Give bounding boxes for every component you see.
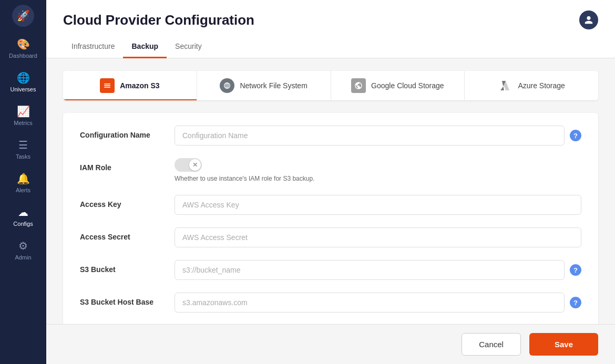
s3-bucket-row: S3 Bucket ?	[80, 260, 581, 280]
sidebar-item-universes[interactable]: 🌐 Universes	[0, 65, 46, 99]
sidebar-item-alerts[interactable]: 🔔 Alerts	[0, 166, 46, 200]
s3-bucket-help-icon[interactable]: ?	[570, 264, 581, 276]
metrics-icon: 📈	[17, 105, 30, 118]
iam-role-toggle[interactable]: ✕	[175, 158, 202, 172]
configuration-name-row: Configuration Name ?	[80, 126, 581, 145]
page-title: Cloud Provider Configuration	[63, 12, 254, 28]
content-area: Amazon S3 Network File System Google Clo…	[46, 58, 615, 324]
s3-bucket-host-row: S3 Bucket Host Base ?	[80, 293, 581, 313]
access-secret-input[interactable]	[175, 227, 581, 247]
amazon-s3-icon	[100, 78, 115, 93]
sidebar-item-label: Configs	[13, 221, 33, 227]
universes-icon: 🌐	[17, 71, 30, 84]
svg-rect-2	[104, 87, 110, 88]
s3-bucket-input[interactable]	[175, 260, 565, 280]
access-secret-label: Access Secret	[80, 227, 175, 241]
toggle-knob: ✕	[189, 159, 201, 171]
access-secret-row: Access Secret	[80, 227, 581, 247]
iam-role-label: IAM Role	[80, 158, 175, 172]
configuration-name-help-icon[interactable]: ?	[570, 130, 581, 141]
cancel-button[interactable]: Cancel	[462, 333, 521, 356]
provider-tab-label: Google Cloud Storage	[371, 81, 444, 90]
admin-icon: ⚙	[18, 240, 28, 252]
s3-bucket-label: S3 Bucket	[80, 260, 175, 274]
access-secret-field	[175, 227, 581, 247]
access-key-label: Access Key	[80, 195, 175, 209]
provider-tab-label: Azure Storage	[518, 81, 565, 90]
access-key-input[interactable]	[175, 195, 581, 215]
provider-tab-nfs[interactable]: Network File System	[197, 71, 331, 100]
iam-role-row: IAM Role ✕ Whether to use instance's IAM…	[80, 158, 581, 182]
configuration-name-label: Configuration Name	[80, 126, 175, 139]
iam-role-toggle-container: ✕ Whether to use instance's IAM role for…	[175, 158, 314, 182]
sidebar-item-label: Alerts	[16, 187, 30, 193]
s3-bucket-host-help-icon[interactable]: ?	[570, 297, 581, 308]
sidebar-item-tasks[interactable]: ☰ Tasks	[0, 132, 46, 166]
sidebar-item-configs[interactable]: ☁ Configs	[0, 200, 46, 233]
sidebar-item-label: Tasks	[16, 153, 30, 160]
provider-tab-label: Network File System	[240, 81, 307, 90]
tab-security[interactable]: Security	[167, 38, 210, 58]
iam-role-hint: Whether to use instance's IAM role for S…	[175, 175, 314, 182]
sidebar-item-metrics[interactable]: 📈 Metrics	[0, 99, 46, 132]
sidebar-item-label: Universes	[11, 86, 36, 92]
s3-bucket-host-field: ?	[175, 293, 581, 313]
footer: Cancel Save	[46, 324, 615, 364]
sidebar-item-label: Metrics	[14, 120, 32, 126]
sidebar-item-dashboard[interactable]: 🎨 Dashboard	[0, 32, 46, 65]
sidebar-item-admin[interactable]: ⚙ Admin	[0, 233, 46, 267]
provider-tab-azure[interactable]: Azure Storage	[465, 71, 598, 100]
tasks-icon: ☰	[18, 139, 28, 151]
toggle-x-icon: ✕	[192, 161, 198, 169]
access-key-row: Access Key	[80, 195, 581, 215]
sidebar: 🚀 🎨 Dashboard 🌐 Universes 📈 Metrics ☰ Ta…	[0, 0, 46, 364]
configs-icon: ☁	[18, 206, 28, 219]
s3-bucket-field: ?	[175, 260, 581, 280]
gcs-icon	[351, 78, 366, 93]
s3-bucket-host-label: S3 Bucket Host Base	[80, 293, 175, 306]
provider-tab-gcs[interactable]: Google Cloud Storage	[331, 71, 465, 100]
header: Cloud Provider Configuration	[46, 0, 615, 29]
form-container: Configuration Name ? IAM Role ✕	[63, 113, 598, 324]
main-tabs: Infrastructure Backup Security	[46, 29, 615, 58]
logo: 🚀	[0, 0, 46, 32]
user-avatar[interactable]	[579, 11, 598, 29]
tab-infrastructure[interactable]: Infrastructure	[63, 38, 123, 58]
provider-tab-label: Amazon S3	[120, 81, 159, 90]
provider-tab-amazon-s3[interactable]: Amazon S3	[63, 71, 197, 100]
tab-backup[interactable]: Backup	[123, 38, 167, 58]
svg-rect-1	[104, 85, 110, 86]
nfs-icon	[220, 78, 234, 93]
configuration-name-input[interactable]	[175, 126, 565, 145]
logo-icon: 🚀	[12, 5, 34, 27]
provider-tabs: Amazon S3 Network File System Google Clo…	[63, 71, 598, 100]
svg-rect-0	[104, 84, 110, 85]
access-key-field	[175, 195, 581, 215]
dashboard-icon: 🎨	[17, 38, 30, 50]
azure-icon	[498, 78, 512, 93]
main-content: Cloud Provider Configuration Infrastruct…	[46, 0, 615, 364]
alerts-icon: 🔔	[17, 172, 30, 185]
sidebar-item-label: Admin	[15, 254, 31, 261]
save-button[interactable]: Save	[529, 333, 598, 356]
iam-role-field: ✕ Whether to use instance's IAM role for…	[175, 158, 581, 182]
s3-bucket-host-input[interactable]	[175, 293, 565, 313]
sidebar-item-label: Dashboard	[9, 53, 37, 59]
configuration-name-field: ?	[175, 126, 581, 145]
